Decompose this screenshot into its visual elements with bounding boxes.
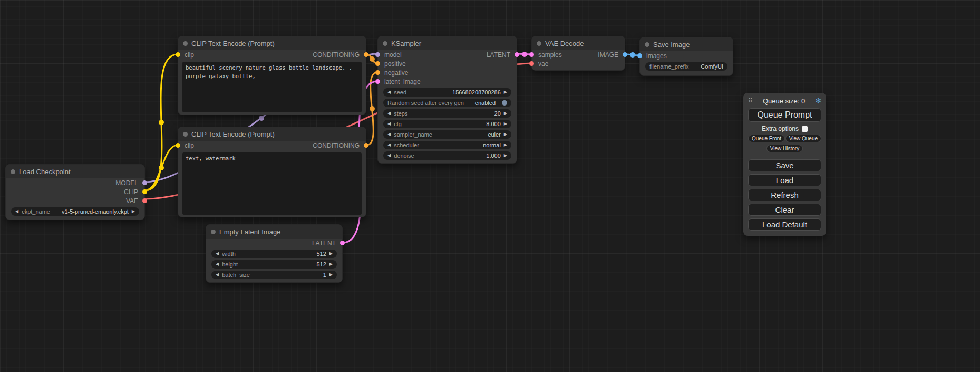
vae-output-port[interactable]	[142, 198, 147, 203]
widget-label: denoise	[394, 152, 414, 159]
collapse-dot-icon[interactable]	[11, 169, 15, 174]
batch-size-widget[interactable]: ◀ batch_size 1 ▶	[211, 271, 337, 279]
link-midpoint-dot	[370, 56, 375, 62]
filename-prefix-widget[interactable]: filename_prefix ComfyUI	[645, 62, 727, 71]
widget-value: normal	[483, 142, 501, 148]
stepper-right-arrow-icon[interactable]: ▶	[504, 111, 507, 116]
clear-button[interactable]: Clear	[748, 204, 821, 216]
node-header[interactable]: VAE Decode	[532, 36, 625, 50]
drag-handle-icon[interactable]: ⠿	[748, 97, 753, 104]
cfg-widget[interactable]: ◀ cfg 8.000 ▶	[383, 120, 511, 128]
scheduler-widget[interactable]: ◀ scheduler normal ▶	[383, 141, 511, 149]
port-label: positive	[384, 60, 406, 68]
latent-output-port[interactable]	[340, 241, 345, 245]
node-header[interactable]: CLIP Text Encode (Prompt)	[178, 36, 366, 50]
load-button[interactable]: Load	[748, 174, 821, 186]
view-queue-button[interactable]: View Queue	[785, 135, 821, 142]
clip-input-port[interactable]	[176, 52, 180, 57]
stepper-left-arrow-icon[interactable]: ◀	[216, 273, 219, 277]
port-label: images	[646, 52, 667, 60]
seed-widget[interactable]: ◀ seed 156680208700286 ▶	[383, 88, 511, 97]
view-history-button[interactable]: View History	[766, 145, 803, 152]
combo-right-arrow-icon[interactable]: ▶	[504, 143, 507, 147]
refresh-button[interactable]: Refresh	[748, 189, 821, 201]
port-label: latent_image	[384, 78, 421, 85]
node-empty-latent-image[interactable]: Empty Latent Image LATENT ◀ width 512 ▶ …	[206, 224, 343, 283]
queue-front-button[interactable]: Queue Front	[748, 135, 785, 142]
collapse-dot-icon[interactable]	[537, 41, 541, 46]
prompt-textarea[interactable]: beautiful scenery nature glass bottle la…	[182, 62, 362, 112]
height-widget[interactable]: ◀ height 512 ▶	[211, 260, 337, 269]
queue-actions-row: Queue Front View Queue	[748, 135, 821, 142]
collapse-dot-icon[interactable]	[211, 230, 216, 234]
stepper-left-arrow-icon[interactable]: ◀	[387, 111, 391, 116]
stepper-left-arrow-icon[interactable]: ◀	[387, 90, 391, 94]
collapse-dot-icon[interactable]	[183, 41, 188, 46]
save-button[interactable]: Save	[748, 159, 821, 171]
sampler-name-widget[interactable]: ◀ sampler_name euler ▶	[383, 130, 511, 139]
ckpt-name-widget[interactable]: ◀ ckpt_name v1-5-pruned-emaonly.ckpt ▶	[11, 207, 139, 216]
negative-input-port[interactable]	[375, 70, 380, 75]
conditioning-output-port[interactable]	[364, 143, 368, 148]
model-output-port[interactable]	[142, 180, 147, 185]
node-clip-text-encode-positive[interactable]: CLIP Text Encode (Prompt) clip CONDITION…	[178, 36, 366, 115]
combo-right-arrow-icon[interactable]: ▶	[132, 209, 135, 214]
combo-left-arrow-icon[interactable]: ◀	[387, 143, 391, 147]
collapse-dot-icon[interactable]	[383, 41, 387, 46]
denoise-widget[interactable]: ◀ denoise 1.000 ▶	[383, 151, 511, 160]
images-input-port[interactable]	[637, 53, 642, 58]
widget-value: 20	[494, 110, 501, 117]
node-header[interactable]: KSampler	[378, 36, 517, 50]
queue-prompt-button[interactable]: Queue Prompt	[748, 108, 821, 122]
node-header[interactable]: Empty Latent Image	[206, 225, 342, 239]
load-default-button[interactable]: Load Default	[748, 218, 821, 231]
combo-left-arrow-icon[interactable]: ◀	[15, 209, 18, 214]
conditioning-output-port[interactable]	[364, 52, 368, 57]
widget-value: 512	[316, 261, 326, 268]
stepper-right-arrow-icon[interactable]: ▶	[504, 122, 507, 126]
stepper-right-arrow-icon[interactable]: ▶	[329, 273, 333, 277]
port-label: CONDITIONING	[313, 142, 360, 149]
node-title: KSampler	[391, 40, 421, 47]
positive-input-port[interactable]	[375, 61, 380, 66]
clip-input-port[interactable]	[176, 143, 180, 148]
node-ksampler[interactable]: KSampler model LATENT positive negative …	[377, 36, 517, 164]
comfyui-node-canvas[interactable]: Load Checkpoint MODEL CLIP VAE ◀ ckpt_na…	[0, 0, 980, 372]
node-header[interactable]: Save Image	[640, 37, 733, 51]
latent-image-input-port[interactable]	[375, 79, 380, 84]
settings-icon[interactable]: ✻	[815, 97, 821, 105]
clip-output-port[interactable]	[142, 189, 147, 194]
image-output-port[interactable]	[623, 52, 627, 57]
vae-input-port[interactable]	[529, 61, 534, 66]
random-seed-toggle-widget[interactable]: Random seed after every gen enabled	[383, 99, 511, 107]
collapse-dot-icon[interactable]	[645, 42, 649, 47]
toggle-dot-icon[interactable]	[502, 100, 507, 106]
node-vae-decode[interactable]: VAE Decode samples IMAGE vae	[531, 36, 625, 71]
stepper-left-arrow-icon[interactable]: ◀	[216, 252, 219, 256]
node-clip-text-encode-negative[interactable]: CLIP Text Encode (Prompt) clip CONDITION…	[178, 127, 366, 217]
latent-output-port[interactable]	[515, 52, 519, 57]
node-header[interactable]: CLIP Text Encode (Prompt)	[178, 127, 366, 141]
stepper-right-arrow-icon[interactable]: ▶	[504, 154, 507, 158]
node-load-checkpoint[interactable]: Load Checkpoint MODEL CLIP VAE ◀ ckpt_na…	[5, 164, 145, 220]
collapse-dot-icon[interactable]	[183, 132, 188, 137]
node-header[interactable]: Load Checkpoint	[6, 165, 144, 178]
combo-right-arrow-icon[interactable]: ▶	[504, 132, 507, 137]
stepper-right-arrow-icon[interactable]: ▶	[504, 90, 507, 94]
link-midpoint-dot	[159, 165, 164, 170]
combo-left-arrow-icon[interactable]: ◀	[387, 132, 391, 137]
stepper-left-arrow-icon[interactable]: ◀	[216, 262, 219, 266]
stepper-left-arrow-icon[interactable]: ◀	[387, 154, 391, 158]
stepper-right-arrow-icon[interactable]: ▶	[329, 262, 333, 266]
stepper-right-arrow-icon[interactable]: ▶	[329, 252, 333, 256]
extra-options-checkbox[interactable]	[802, 126, 808, 132]
prompt-textarea[interactable]: text, watermark	[182, 152, 362, 215]
model-input-port[interactable]	[375, 52, 380, 57]
width-widget[interactable]: ◀ width 512 ▶	[211, 250, 337, 258]
node-title: CLIP Text Encode (Prompt)	[191, 130, 275, 138]
node-save-image[interactable]: Save Image images filename_prefix ComfyU…	[639, 37, 733, 76]
steps-widget[interactable]: ◀ steps 20 ▶	[383, 109, 511, 118]
samples-input-port[interactable]	[529, 52, 534, 57]
stepper-left-arrow-icon[interactable]: ◀	[387, 122, 391, 126]
port-row: vae	[532, 59, 625, 68]
